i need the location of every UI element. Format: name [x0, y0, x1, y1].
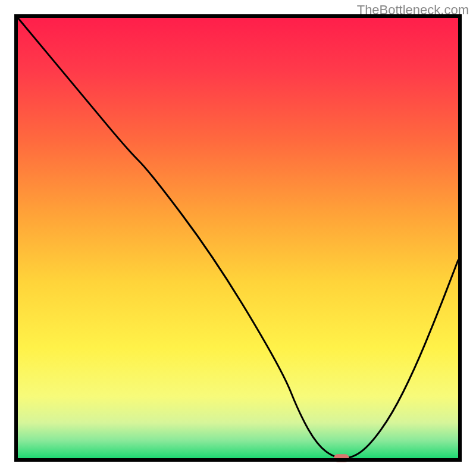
watermark-label: TheBottleneck.com — [357, 2, 469, 18]
chart-container: TheBottleneck.com — [0, 0, 476, 476]
bottleneck-chart — [0, 0, 476, 476]
plot-background — [18, 18, 458, 458]
